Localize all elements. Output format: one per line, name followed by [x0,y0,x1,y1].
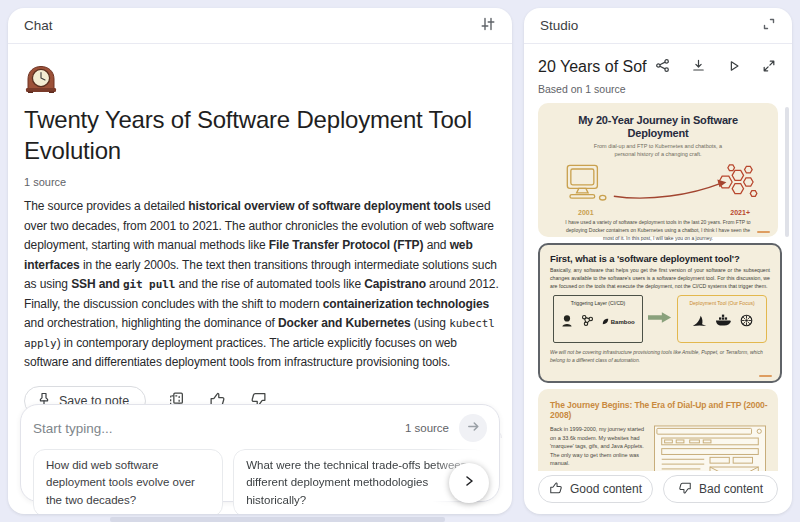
input-source-count: 1 source [405,422,449,434]
studio-panel-title: Studio [540,18,578,33]
slide3-body: Back in 1999-2000, my journey started on… [550,425,646,468]
next-suggestions-button[interactable] [449,463,489,503]
thumb-down-icon [678,481,692,498]
slide3-title: The Journey Begins: The Era of Dial-Up a… [550,400,768,420]
download-icon [691,58,706,76]
kubernetes-wheel-icon [740,313,753,331]
studio-panel-header: Studio [524,8,792,44]
studio-panel: Studio 20 Years of Softw [524,8,792,514]
infographic-slide-3[interactable]: The Journey Begins: The Era of Dial-Up a… [538,389,778,471]
bamboo-leaf-icon [602,318,609,326]
open-in-full-icon [762,59,776,76]
chat-input[interactable] [33,421,405,436]
slide2-body: Basically, any software that helps you g… [550,267,770,290]
based-on-label: Based on 1 source [538,83,778,95]
triggering-layer-box: Triggering Layer (CI/CD) [553,295,643,343]
jenkins-icon [561,313,573,331]
chevron-right-icon [462,474,476,491]
chat-input-card: 1 source How did web software deployment… [20,404,500,502]
docker-whale-icon [715,313,732,331]
chat-body: Twenty Years of Software Deployment Tool… [8,44,512,514]
chat-panel-header: Chat [8,8,512,44]
bamboo-logo-text: Bamboo [611,319,635,325]
play-button[interactable] [725,57,743,78]
source-count: 1 source [24,176,496,188]
suggestion-chips: How did web software deployment tools ev… [33,449,487,514]
wizard-hat-icon [692,313,707,331]
download-button[interactable] [689,56,708,78]
chat-input-row: 1 source [33,415,487,441]
open-in-full-button[interactable] [760,57,778,78]
share-icon [655,58,670,76]
send-arrow-icon [466,419,481,437]
workflow-nodes-icon [581,313,594,331]
infographic-preview: My 20-Year Journey in Software Deploymen… [524,103,792,471]
slide1-year-start: 2001 [578,209,594,216]
preview-scrollbar[interactable] [785,107,789,237]
tune-icon [480,16,496,35]
feedback-row: Good content Bad content [538,475,778,503]
slide1-year-end: 2021+ [730,209,750,216]
block-arrow-icon [648,310,672,328]
slide2-diagram: Triggering Layer (CI/CD) [550,295,770,343]
artifact-header: 20 Years of Softw [524,44,792,95]
deployment-tool-label: Deployment Tool (Our Focus) [680,300,764,306]
crt-computer-icon [562,163,608,209]
good-content-button[interactable]: Good content [538,475,653,503]
infographic-slide-2[interactable]: First, what is a 'software deployment to… [538,243,782,383]
infographic-slide-1[interactable]: My 20-Year Journey in Software Deploymen… [538,103,778,237]
slide1-subtitle: From dial-up and FTP to Kubernetes and c… [583,143,733,158]
send-button[interactable] [459,414,487,442]
bad-content-button[interactable]: Bad content [663,475,778,503]
thumb-up-icon [549,481,563,498]
collapse-panel-button[interactable] [760,15,778,36]
chat-panel-title: Chat [24,18,53,33]
chat-panel: Chat Twenty Years of Software Deployment… [8,8,512,514]
summary-text: The source provides a detailed historica… [24,197,502,373]
collapse-panel-icon [762,17,776,34]
share-button[interactable] [653,56,672,78]
mantel-clock-icon [24,62,496,97]
watermark [759,375,772,378]
suggestion-chip[interactable]: How did web software deployment tools ev… [33,449,223,514]
artifact-title: 20 Years of Softw [538,58,647,76]
slide1-body: I have used a variety of software deploy… [548,219,768,242]
watermark [757,231,770,234]
notebook-title: Twenty Years of Software Deployment Tool… [24,105,496,166]
slide2-title: First, what is a 'software deployment to… [550,253,770,264]
play-icon [727,59,741,76]
chat-settings-button[interactable] [478,14,498,37]
hexagon-cluster-icon [712,162,758,206]
deployment-tool-box: Deployment Tool (Our Focus) [677,295,767,343]
slide1-title: My 20-Year Journey in Software Deploymen… [548,114,768,141]
slide2-footnote: We will not be covering infrastructure p… [550,349,770,364]
cutoff-text-artifact [110,517,445,522]
